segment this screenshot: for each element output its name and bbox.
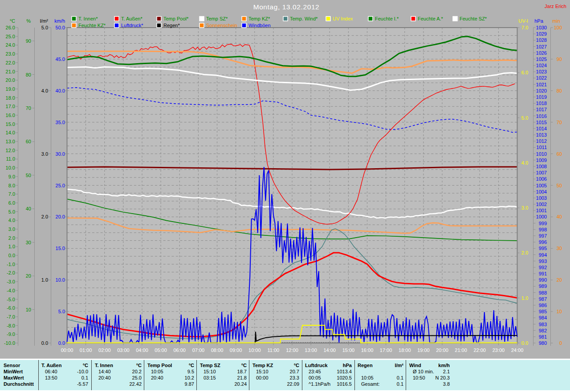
svg-text:24.0: 24.0: [6, 42, 15, 48]
svg-text:Luftdruck*: Luftdruck*: [121, 23, 143, 28]
svg-text:Temp. Wind*: Temp. Wind*: [290, 16, 318, 21]
svg-text:25.0: 25.0: [56, 183, 65, 188]
svg-text:994: 994: [539, 252, 547, 258]
svg-text:1023: 1023: [536, 69, 547, 74]
svg-text:10: 10: [557, 309, 562, 314]
svg-text:Regen*: Regen*: [163, 23, 180, 28]
svg-text:1000: 1000: [536, 214, 547, 219]
svg-text:14.0: 14.0: [6, 130, 15, 135]
svg-text:3.0: 3.0: [41, 151, 48, 157]
svg-text:T. Außen*: T. Außen*: [121, 16, 142, 21]
svg-text:T. Innen*: T. Innen*: [78, 16, 98, 21]
svg-text:04:00: 04:00: [136, 348, 148, 353]
svg-text:26.0: 26.0: [6, 25, 15, 30]
svg-text:1030: 1030: [536, 25, 547, 30]
svg-text:Feuchte SZ*: Feuchte SZ*: [460, 16, 487, 21]
svg-text:1015: 1015: [536, 120, 547, 125]
svg-text:24:00: 24:00: [511, 348, 524, 353]
svg-text:981: 981: [539, 334, 547, 339]
svg-text:5.0: 5.0: [521, 115, 528, 121]
svg-text:13:00: 13:00: [305, 348, 317, 353]
svg-text:1008: 1008: [536, 164, 547, 169]
svg-text:21.0: 21.0: [6, 69, 15, 74]
svg-text:80: 80: [26, 72, 31, 77]
svg-text:4.0: 4.0: [8, 218, 15, 223]
svg-text:20: 20: [26, 273, 31, 279]
svg-text:1012: 1012: [536, 138, 547, 144]
svg-text:4.0: 4.0: [521, 160, 528, 166]
svg-text:40: 40: [557, 214, 562, 219]
svg-text:Temp SZ*: Temp SZ*: [206, 16, 228, 21]
svg-text:-7.0: -7.0: [7, 314, 15, 319]
svg-text:70: 70: [26, 105, 31, 111]
svg-text:3.0: 3.0: [8, 226, 15, 232]
svg-text:25.0: 25.0: [6, 34, 15, 39]
svg-text:20: 20: [557, 277, 562, 283]
svg-text:1021: 1021: [536, 82, 547, 87]
svg-text:60: 60: [557, 151, 562, 157]
svg-text:07:00: 07:00: [192, 348, 205, 353]
svg-text:min: min: [552, 18, 560, 24]
svg-text:987: 987: [539, 296, 547, 302]
svg-text:-9.0: -9.0: [7, 331, 15, 337]
svg-text:18:00: 18:00: [399, 348, 411, 353]
svg-text:9.0: 9.0: [8, 174, 15, 179]
svg-text:1010: 1010: [536, 151, 547, 157]
svg-text:15.0: 15.0: [56, 246, 65, 251]
svg-text:1018: 1018: [536, 101, 547, 106]
svg-text:11:00: 11:00: [268, 348, 280, 353]
svg-text:5.0: 5.0: [58, 309, 65, 314]
svg-text:0.0: 0.0: [41, 340, 48, 346]
svg-text:90: 90: [26, 38, 31, 44]
svg-text:10.0: 10.0: [6, 165, 15, 170]
svg-text:80: 80: [557, 88, 562, 93]
svg-text:16.0: 16.0: [6, 113, 15, 118]
svg-text:06:00: 06:00: [173, 348, 186, 353]
svg-text:Feuchte A.*: Feuchte A.*: [418, 16, 444, 21]
svg-text:UV-I: UV-I: [518, 18, 528, 24]
svg-text:-6.0: -6.0: [7, 305, 15, 311]
svg-text:985: 985: [539, 309, 547, 314]
svg-text:3.0: 3.0: [521, 205, 528, 210]
svg-text:16:00: 16:00: [361, 348, 374, 353]
svg-text:10: 10: [26, 307, 31, 312]
svg-text:5.0: 5.0: [8, 209, 15, 214]
svg-text:50: 50: [557, 183, 562, 188]
svg-text:8.0: 8.0: [8, 183, 15, 188]
svg-text:1004: 1004: [536, 189, 547, 194]
svg-text:30: 30: [26, 240, 31, 245]
svg-text:-5.0: -5.0: [7, 297, 15, 302]
svg-text:17.0: 17.0: [6, 104, 15, 109]
svg-text:6.0: 6.0: [521, 70, 528, 75]
svg-text:23:00: 23:00: [493, 348, 505, 353]
svg-text:999: 999: [539, 221, 547, 226]
svg-text:03:00: 03:00: [117, 348, 130, 353]
svg-text:40: 40: [26, 206, 31, 211]
svg-text:90: 90: [557, 57, 562, 62]
svg-text:l/m²: l/m²: [40, 18, 49, 24]
svg-text:1028: 1028: [536, 37, 547, 43]
svg-text:-8.0: -8.0: [7, 323, 15, 328]
svg-text:1006: 1006: [536, 176, 547, 182]
svg-text:1001: 1001: [536, 208, 547, 213]
svg-text:7.0: 7.0: [521, 25, 528, 30]
svg-text:14:00: 14:00: [323, 348, 336, 353]
svg-text:UV Index: UV Index: [333, 16, 353, 21]
svg-text:1007: 1007: [536, 170, 547, 175]
svg-text:992: 992: [539, 265, 547, 270]
svg-text:1003: 1003: [536, 195, 547, 201]
svg-text:5.0: 5.0: [41, 25, 48, 30]
svg-text:990: 990: [539, 277, 547, 283]
svg-text:12.0: 12.0: [6, 148, 15, 153]
svg-text:1027: 1027: [536, 44, 547, 49]
svg-text:986: 986: [539, 303, 547, 308]
svg-text:11.0: 11.0: [6, 156, 15, 162]
svg-text:Sonnenschein: Sonnenschein: [206, 23, 237, 28]
svg-text:02:00: 02:00: [98, 348, 111, 353]
svg-text:-10.0: -10.0: [4, 340, 15, 346]
svg-text:984: 984: [539, 315, 547, 320]
svg-text:1002: 1002: [536, 202, 547, 207]
svg-text:15.0: 15.0: [6, 121, 15, 127]
svg-text:09:00: 09:00: [230, 348, 242, 353]
svg-text:4.0: 4.0: [41, 88, 48, 93]
